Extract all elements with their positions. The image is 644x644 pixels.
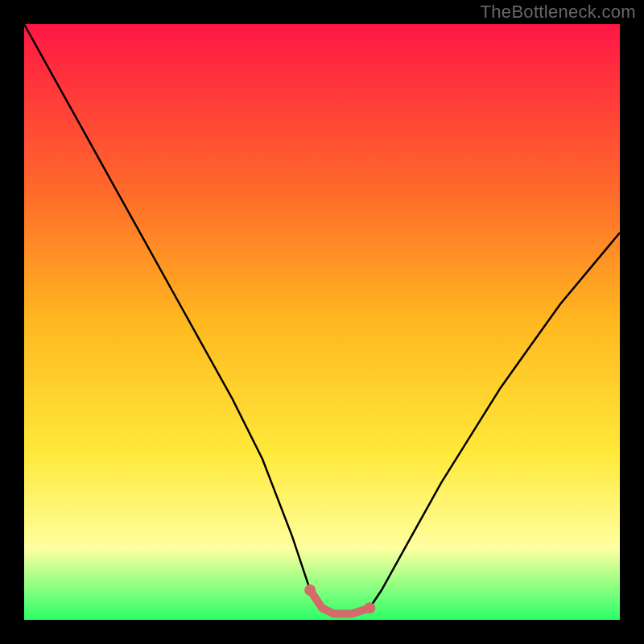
chart-frame: TheBottleneck.com <box>0 0 644 644</box>
watermark-text: TheBottleneck.com <box>481 2 636 23</box>
trough-marker-left <box>304 584 316 596</box>
trough-marker-right <box>364 602 375 613</box>
bottleneck-chart <box>0 0 644 644</box>
plot-gradient-area <box>24 24 620 620</box>
